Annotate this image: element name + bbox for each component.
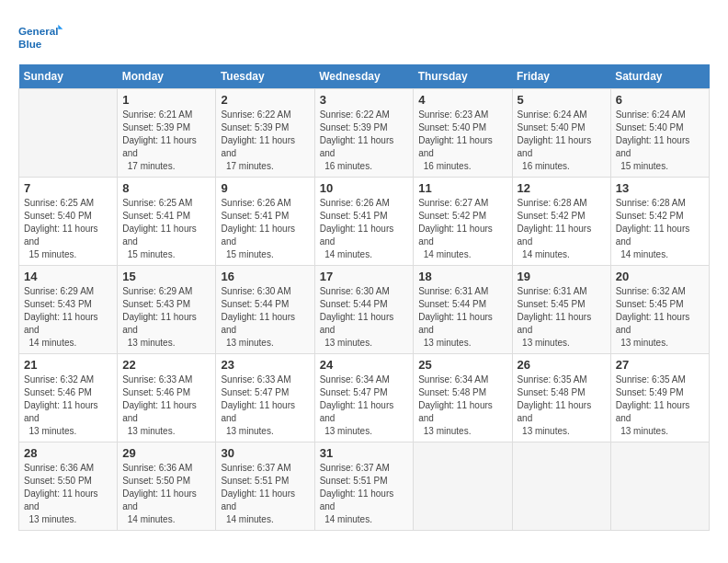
day-info: Sunrise: 6:21 AM Sunset: 5:39 PM Dayligh… <box>122 109 210 173</box>
daylight-label: Daylight: 11 hours and 13 minutes. <box>518 312 592 348</box>
day-number: 21 <box>24 358 112 372</box>
daylight-label: Daylight: 11 hours and 13 minutes. <box>418 400 493 436</box>
sunrise-label: Sunrise: 6:30 AM <box>320 286 390 296</box>
day-info: Sunrise: 6:25 AM Sunset: 5:40 PM Dayligh… <box>24 197 112 261</box>
day-info: Sunrise: 6:30 AM Sunset: 5:44 PM Dayligh… <box>320 285 409 350</box>
calendar-cell: 5 Sunrise: 6:24 AM Sunset: 5:40 PM Dayli… <box>512 89 610 178</box>
day-number: 2 <box>221 93 309 107</box>
day-info: Sunrise: 6:24 AM Sunset: 5:40 PM Dayligh… <box>616 109 704 173</box>
sunset-label: Sunset: 5:42 PM <box>518 211 586 221</box>
day-number: 26 <box>518 358 606 372</box>
calendar-cell: 19 Sunrise: 6:31 AM Sunset: 5:45 PM Dayl… <box>512 266 610 354</box>
calendar-cell: 2 Sunrise: 6:22 AM Sunset: 5:39 PM Dayli… <box>216 89 314 178</box>
calendar-cell: 3 Sunrise: 6:22 AM Sunset: 5:39 PM Dayli… <box>314 89 414 178</box>
calendar-cell: 12 Sunrise: 6:28 AM Sunset: 5:42 PM Dayl… <box>512 178 610 266</box>
day-number: 7 <box>24 181 112 195</box>
calendar-table: SundayMondayTuesdayWednesdayThursdayFrid… <box>18 64 710 531</box>
day-info: Sunrise: 6:34 AM Sunset: 5:48 PM Dayligh… <box>418 373 506 438</box>
daylight-label: Daylight: 11 hours and 15 minutes. <box>221 224 295 259</box>
calendar-cell: 20 Sunrise: 6:32 AM Sunset: 5:45 PM Dayl… <box>610 266 709 354</box>
day-number: 4 <box>418 93 506 107</box>
daylight-label: Daylight: 11 hours and 16 minutes. <box>418 135 493 171</box>
sunset-label: Sunset: 5:51 PM <box>320 476 388 486</box>
calendar-header-row: SundayMondayTuesdayWednesdayThursdayFrid… <box>19 64 710 89</box>
header-thursday: Thursday <box>414 64 512 89</box>
day-info: Sunrise: 6:25 AM Sunset: 5:41 PM Dayligh… <box>122 197 210 261</box>
daylight-label: Daylight: 11 hours and 13 minutes. <box>320 400 394 436</box>
daylight-label: Daylight: 11 hours and 14 minutes. <box>518 224 592 259</box>
sunrise-label: Sunrise: 6:26 AM <box>320 198 390 208</box>
sunrise-label: Sunrise: 6:32 AM <box>616 286 686 296</box>
sunrise-label: Sunrise: 6:27 AM <box>418 198 488 208</box>
sunrise-label: Sunrise: 6:30 AM <box>221 286 290 296</box>
sunset-label: Sunset: 5:45 PM <box>616 299 684 309</box>
calendar-cell <box>19 89 118 178</box>
calendar-cell: 4 Sunrise: 6:23 AM Sunset: 5:40 PM Dayli… <box>414 89 512 178</box>
daylight-label: Daylight: 11 hours and 14 minutes. <box>221 488 295 524</box>
day-info: Sunrise: 6:35 AM Sunset: 5:48 PM Dayligh… <box>518 373 606 438</box>
sunset-label: Sunset: 5:50 PM <box>122 476 190 486</box>
sunrise-label: Sunrise: 6:37 AM <box>221 463 290 473</box>
day-number: 27 <box>616 358 704 372</box>
sunrise-label: Sunrise: 6:35 AM <box>616 374 686 385</box>
day-info: Sunrise: 6:24 AM Sunset: 5:40 PM Dayligh… <box>518 109 606 173</box>
sunset-label: Sunset: 5:44 PM <box>221 299 289 309</box>
calendar-cell: 31 Sunrise: 6:37 AM Sunset: 5:51 PM Dayl… <box>314 442 414 531</box>
calendar-cell: 11 Sunrise: 6:27 AM Sunset: 5:42 PM Dayl… <box>414 178 512 266</box>
calendar-cell: 21 Sunrise: 6:32 AM Sunset: 5:46 PM Dayl… <box>19 354 118 442</box>
header-friday: Friday <box>512 64 610 89</box>
calendar-cell: 1 Sunrise: 6:21 AM Sunset: 5:39 PM Dayli… <box>118 89 216 178</box>
day-number: 17 <box>320 270 409 283</box>
page-header: General Blue <box>18 18 710 55</box>
sunrise-label: Sunrise: 6:23 AM <box>418 109 488 120</box>
calendar-cell: 13 Sunrise: 6:28 AM Sunset: 5:42 PM Dayl… <box>610 178 709 266</box>
calendar-cell <box>414 442 512 531</box>
sunset-label: Sunset: 5:43 PM <box>24 299 92 309</box>
daylight-label: Daylight: 11 hours and 14 minutes. <box>616 224 690 259</box>
daylight-label: Daylight: 11 hours and 15 minutes. <box>24 224 98 259</box>
calendar-cell: 9 Sunrise: 6:26 AM Sunset: 5:41 PM Dayli… <box>216 178 314 266</box>
day-info: Sunrise: 6:31 AM Sunset: 5:45 PM Dayligh… <box>518 285 606 350</box>
day-info: Sunrise: 6:36 AM Sunset: 5:50 PM Dayligh… <box>24 462 112 526</box>
daylight-label: Daylight: 11 hours and 17 minutes. <box>122 135 197 171</box>
day-number: 1 <box>122 93 210 107</box>
daylight-label: Daylight: 11 hours and 13 minutes. <box>221 312 295 348</box>
day-number: 24 <box>320 358 409 372</box>
calendar-cell: 24 Sunrise: 6:34 AM Sunset: 5:47 PM Dayl… <box>314 354 414 442</box>
calendar-cell: 17 Sunrise: 6:30 AM Sunset: 5:44 PM Dayl… <box>314 266 414 354</box>
sunset-label: Sunset: 5:47 PM <box>320 387 388 397</box>
daylight-label: Daylight: 11 hours and 13 minutes. <box>320 312 394 348</box>
sunrise-label: Sunrise: 6:31 AM <box>418 286 488 296</box>
day-number: 8 <box>122 181 210 195</box>
day-number: 13 <box>616 181 704 195</box>
day-info: Sunrise: 6:33 AM Sunset: 5:47 PM Dayligh… <box>221 373 309 438</box>
day-number: 18 <box>418 270 506 283</box>
calendar-cell: 23 Sunrise: 6:33 AM Sunset: 5:47 PM Dayl… <box>216 354 314 442</box>
daylight-label: Daylight: 11 hours and 14 minutes. <box>122 488 197 524</box>
calendar-cell: 26 Sunrise: 6:35 AM Sunset: 5:48 PM Dayl… <box>512 354 610 442</box>
sunset-label: Sunset: 5:41 PM <box>320 211 388 221</box>
day-number: 20 <box>616 270 704 283</box>
week-row-2: 7 Sunrise: 6:25 AM Sunset: 5:40 PM Dayli… <box>19 178 710 266</box>
sunrise-label: Sunrise: 6:25 AM <box>24 198 94 208</box>
calendar-cell: 22 Sunrise: 6:33 AM Sunset: 5:46 PM Dayl… <box>118 354 216 442</box>
sunset-label: Sunset: 5:42 PM <box>418 211 486 221</box>
sunset-label: Sunset: 5:40 PM <box>24 211 92 221</box>
daylight-label: Daylight: 11 hours and 15 minutes. <box>616 135 690 171</box>
svg-marker-2 <box>58 25 63 29</box>
day-info: Sunrise: 6:33 AM Sunset: 5:46 PM Dayligh… <box>122 373 210 438</box>
daylight-label: Daylight: 11 hours and 13 minutes. <box>418 312 493 348</box>
daylight-label: Daylight: 11 hours and 16 minutes. <box>518 135 592 171</box>
sunrise-label: Sunrise: 6:36 AM <box>122 463 192 473</box>
day-info: Sunrise: 6:37 AM Sunset: 5:51 PM Dayligh… <box>320 462 409 526</box>
sunset-label: Sunset: 5:51 PM <box>221 476 289 486</box>
day-number: 16 <box>221 270 309 283</box>
day-number: 9 <box>221 181 309 195</box>
day-number: 31 <box>320 446 409 460</box>
header-tuesday: Tuesday <box>216 64 314 89</box>
daylight-label: Daylight: 11 hours and 14 minutes. <box>24 312 98 348</box>
sunrise-label: Sunrise: 6:24 AM <box>616 109 686 120</box>
svg-text:Blue: Blue <box>18 38 42 50</box>
daylight-label: Daylight: 11 hours and 17 minutes. <box>221 135 295 171</box>
sunset-label: Sunset: 5:44 PM <box>418 299 486 309</box>
